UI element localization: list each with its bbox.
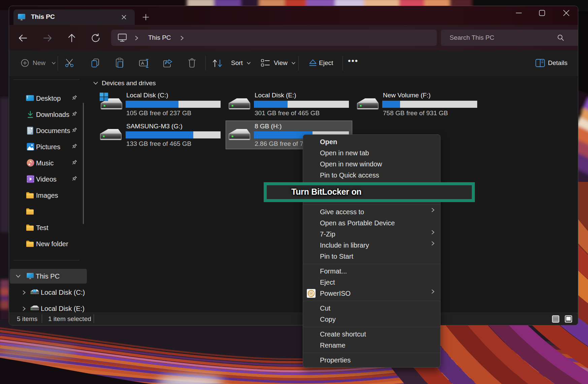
svg-text:A: A (141, 61, 144, 66)
